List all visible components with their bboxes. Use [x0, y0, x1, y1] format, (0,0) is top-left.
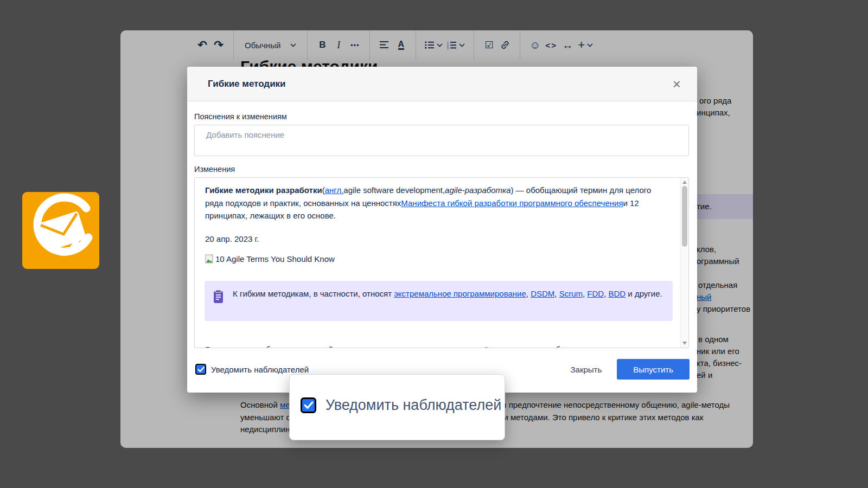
mail-swirl-icon: [22, 192, 99, 269]
magnified-notify-checkbox[interactable]: [301, 397, 316, 413]
preview-content: Гибкие методики разработки(англ.agile so…: [205, 184, 663, 266]
scrum-link[interactable]: Scrum: [559, 289, 583, 298]
dialog-header: Гибкие методики ×: [187, 67, 697, 101]
preview-scrollbar[interactable]: [680, 178, 688, 348]
info-panel: К гибким методикам, в частности, относят…: [205, 281, 673, 321]
image-alt-text: 10 Agile Terms You Should Know: [215, 253, 335, 266]
comment-label: Пояснения к изменениям: [194, 112, 690, 121]
text: ,: [554, 289, 559, 298]
check-icon: [197, 367, 205, 373]
text: ,: [604, 289, 608, 298]
dialog-body: Пояснения к изменениям Изменения Гибкие …: [187, 101, 697, 348]
notify-watchers-control[interactable]: Уведомить наблюдателей: [195, 364, 571, 375]
broken-image-line: 10 Agile Terms You Should Know: [205, 253, 663, 266]
check-icon: [304, 401, 314, 409]
changes-preview: Гибкие методики разработки(англ.agile so…: [194, 177, 689, 348]
text: и другие.: [626, 289, 662, 298]
info-panel-text: К гибким методикам, в частности, относят…: [233, 287, 662, 300]
xp-link[interactable]: экстремальное программирование: [394, 289, 526, 298]
lang-link[interactable]: англ.: [325, 185, 344, 195]
scroll-up-icon[interactable]: [682, 181, 687, 184]
italic-text: agile-разработка: [445, 185, 510, 195]
notify-watchers-checkbox[interactable]: [195, 364, 206, 375]
close-button[interactable]: Закрыть: [571, 365, 602, 374]
scrollbar-thumb[interactable]: [682, 186, 687, 247]
close-icon[interactable]: ×: [673, 77, 681, 91]
bold-text: Гибкие методики разработки: [205, 185, 322, 195]
changes-label: Изменения: [194, 165, 690, 174]
preview-paragraph: Гибкие методики разработки(англ.agile so…: [205, 184, 663, 222]
broken-image-icon: [205, 254, 214, 264]
text: К гибким методикам, в частности, относят: [233, 289, 394, 298]
publish-dialog: Гибкие методики × Пояснения к изменениям…: [187, 67, 697, 393]
scroll-down-icon[interactable]: [682, 342, 687, 345]
note-icon: [213, 290, 225, 304]
text: ,: [526, 289, 531, 298]
magnified-notify-label: Уведомить наблюдателей: [326, 397, 501, 414]
comment-input[interactable]: [194, 125, 689, 156]
dsdm-link[interactable]: DSDM: [531, 289, 554, 298]
clipped-text-line: Большинство гибких методологий нацелены …: [205, 345, 671, 348]
bdd-link[interactable]: BDD: [609, 289, 626, 298]
manifesto-link[interactable]: Манифеста гибкой разработки программного…: [401, 198, 623, 208]
text: agile software development,: [343, 185, 445, 195]
date-text: 20 апр. 2023 г.: [205, 233, 663, 246]
magnifier-overlay: Уведомить наблюдателей: [289, 374, 505, 440]
notify-watchers-label: Уведомить наблюдателей: [211, 365, 309, 374]
fdd-link[interactable]: FDD: [587, 289, 604, 298]
dialog-title: Гибкие методики: [208, 79, 673, 89]
mail-notification-app-icon: [22, 192, 99, 269]
publish-button[interactable]: Выпустить: [617, 359, 690, 380]
